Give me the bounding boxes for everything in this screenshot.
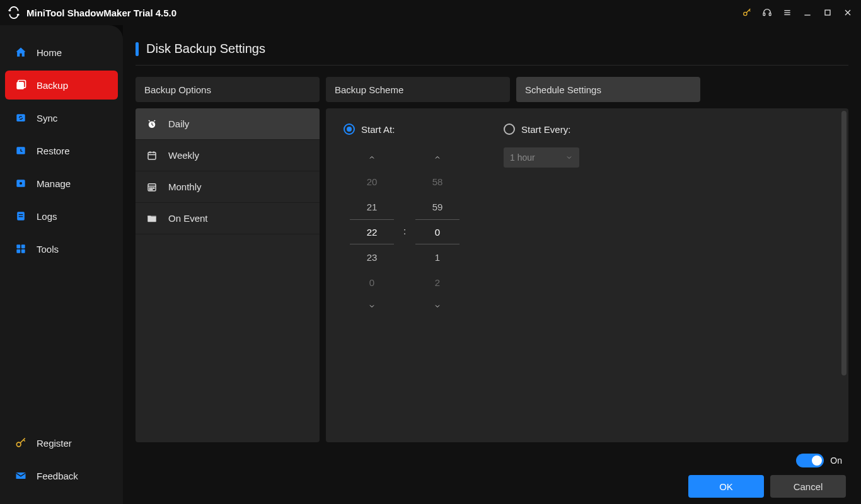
tab-schedule-settings[interactable]: Schedule Settings	[516, 77, 700, 102]
minimize-icon[interactable]	[802, 7, 813, 18]
freq-label: Monthly	[168, 181, 202, 192]
hour-up-button[interactable]	[344, 146, 400, 169]
nav-restore[interactable]: Restore	[5, 136, 118, 165]
nav-label: Register	[37, 438, 72, 449]
nav-list: Home Backup Sync Restore Manage Logs	[0, 38, 123, 267]
minute-value: 1	[419, 244, 456, 270]
nav-label: Manage	[37, 178, 71, 189]
nav-label: Backup	[37, 80, 68, 91]
svg-rect-16	[17, 212, 25, 220]
nav-home[interactable]: Home	[5, 38, 118, 67]
hour-value: 20	[353, 169, 391, 194]
svg-point-32	[149, 187, 151, 188]
nav-backup[interactable]: Backup	[5, 71, 118, 100]
close-icon[interactable]	[842, 7, 853, 18]
tab-label: Schedule Settings	[525, 84, 601, 95]
tabs-row: Backup Options Backup Scheme Schedule Se…	[136, 77, 848, 102]
frequency-panel: Daily Weekly Monthly On Event	[136, 108, 320, 442]
minute-value: 59	[419, 194, 456, 219]
settings-panel: Start At: 20 21 22 23 0	[326, 108, 848, 442]
schedule-toggle[interactable]	[796, 454, 824, 467]
toggle-label: On	[830, 455, 842, 466]
nav-label: Tools	[37, 244, 59, 255]
chevron-down-icon	[565, 154, 573, 161]
nav-logs[interactable]: Logs	[5, 202, 118, 231]
nav-manage[interactable]: Manage	[5, 169, 118, 198]
hour-value: 0	[353, 270, 391, 295]
svg-rect-20	[21, 244, 25, 248]
register-key-icon	[14, 436, 28, 450]
nav-tools[interactable]: Tools	[5, 234, 118, 263]
nav-label: Home	[37, 47, 62, 58]
key-icon[interactable]	[741, 7, 753, 18]
nav-sync[interactable]: Sync	[5, 103, 118, 132]
cancel-button[interactable]: Cancel	[770, 475, 846, 498]
svg-rect-26	[148, 152, 156, 159]
freq-on-event[interactable]: On Event	[136, 203, 320, 234]
minute-value: 58	[419, 169, 456, 194]
svg-point-33	[151, 187, 153, 188]
folder-icon	[146, 212, 158, 225]
nav-register[interactable]: Register	[5, 428, 118, 457]
svg-point-34	[153, 187, 154, 188]
ok-button[interactable]: OK	[688, 475, 764, 498]
start-at-block: Start At: 20 21 22 23 0	[344, 123, 466, 318]
interval-dropdown[interactable]: 1 hour	[504, 147, 579, 168]
svg-rect-22	[21, 249, 25, 253]
hour-column: 20 21 22 23 0	[344, 146, 400, 318]
minute-column: 58 59 0 1 2	[409, 146, 466, 318]
sidebar: Home Backup Sync Restore Manage Logs	[0, 25, 123, 504]
minute-value: 2	[419, 270, 456, 295]
schedule-toggle-wrap: On	[796, 454, 842, 467]
freq-label: Weekly	[168, 150, 199, 161]
svg-rect-7	[825, 10, 830, 15]
scrollbar[interactable]	[841, 111, 847, 375]
titlebar: MiniTool ShadowMaker Trial 4.5.0	[0, 0, 861, 25]
header-accent-bar	[136, 42, 139, 56]
start-every-block: Start Every: 1 hour	[504, 123, 579, 168]
svg-point-35	[149, 189, 151, 190]
nav-feedback[interactable]: Feedback	[5, 461, 118, 490]
svg-point-36	[151, 189, 153, 190]
maximize-icon[interactable]	[822, 7, 833, 18]
menu-icon[interactable]	[782, 7, 793, 18]
radio-unselected-icon	[504, 123, 515, 135]
titlebar-controls	[741, 7, 853, 18]
time-picker: 20 21 22 23 0 :	[344, 146, 466, 318]
hour-value: 21	[353, 194, 391, 219]
headset-icon[interactable]	[761, 7, 773, 18]
svg-rect-37	[147, 215, 156, 217]
tab-backup-scheme[interactable]: Backup Scheme	[326, 77, 510, 102]
time-separator: :	[400, 226, 409, 236]
start-every-radio[interactable]: Start Every:	[504, 123, 579, 135]
logs-icon	[14, 209, 28, 223]
calendar-month-icon	[146, 181, 158, 193]
feedback-mail-icon	[14, 469, 28, 483]
svg-point-0	[744, 12, 747, 15]
nav-label: Feedback	[37, 471, 78, 481]
svg-rect-1	[763, 13, 765, 16]
interval-selected-value: 1 hour	[510, 152, 535, 163]
footer-toggle-row: On	[136, 442, 848, 467]
restore-icon	[14, 144, 28, 158]
start-at-label: Start At:	[361, 124, 395, 135]
alarm-clock-icon	[146, 118, 158, 130]
freq-label: On Event	[168, 213, 208, 224]
hour-down-button[interactable]	[344, 295, 400, 318]
start-at-radio[interactable]: Start At:	[344, 123, 466, 135]
minute-up-button[interactable]	[409, 146, 466, 169]
hour-list[interactable]: 20 21 22 23 0	[344, 169, 400, 295]
main-panel: Disk Backup Settings Backup Options Back…	[123, 25, 861, 504]
svg-rect-21	[16, 249, 20, 253]
tab-backup-options[interactable]: Backup Options	[136, 77, 320, 102]
minute-down-button[interactable]	[409, 295, 466, 318]
freq-weekly[interactable]: Weekly	[136, 140, 320, 171]
start-every-label: Start Every:	[521, 124, 570, 135]
freq-monthly[interactable]: Monthly	[136, 171, 320, 203]
hour-value: 23	[353, 244, 391, 270]
minute-list[interactable]: 58 59 0 1 2	[409, 169, 466, 295]
calendar-week-icon	[146, 149, 158, 162]
nav-bottom: Register Feedback	[0, 428, 123, 494]
app-title: MiniTool ShadowMaker Trial 4.5.0	[26, 8, 176, 18]
freq-daily[interactable]: Daily	[136, 108, 320, 140]
